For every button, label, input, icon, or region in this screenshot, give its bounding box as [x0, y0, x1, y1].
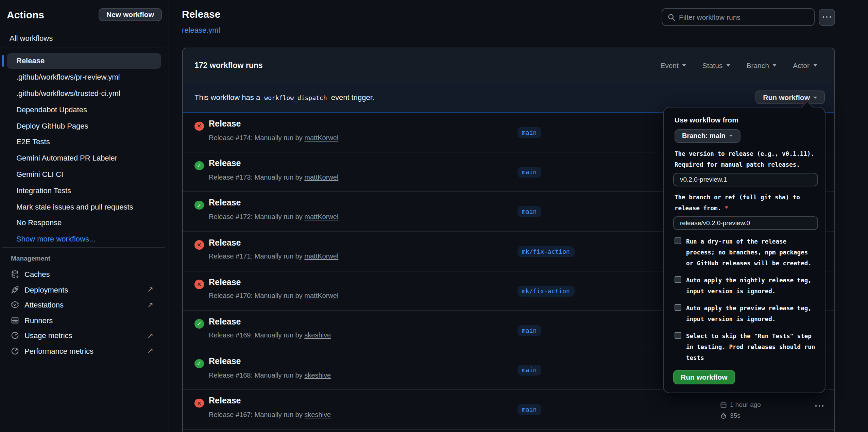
- branch-badge[interactable]: mk/fix-action: [517, 286, 575, 297]
- sidebar-item-performance-metrics[interactable]: Performance metrics ↗: [0, 343, 168, 359]
- actor-link[interactable]: mattKorwel: [304, 252, 338, 260]
- run-status-icon: [194, 359, 204, 368]
- sidebar-item-attestations[interactable]: Attestations ↗: [0, 297, 168, 313]
- run-description: Release #171: Manually run by mattKorwel: [209, 252, 338, 260]
- sidebar-item-label: Mark stale issues and pull requests: [16, 202, 133, 211]
- run-title[interactable]: Release: [209, 119, 241, 129]
- sidebar-item-release[interactable]: Release: [6, 53, 161, 69]
- show-more-workflows-link[interactable]: Show more workflows...: [0, 231, 168, 247]
- run-title[interactable]: Release: [209, 356, 241, 366]
- sidebar-item-caches[interactable]: Caches: [0, 267, 168, 282]
- sidebar-item-runners[interactable]: Runners: [0, 313, 168, 328]
- filter-runs-input[interactable]: [679, 13, 809, 21]
- sidebar-item-label: Dependabot Updates: [16, 105, 87, 114]
- kebab-icon: [815, 405, 817, 407]
- run-title[interactable]: Release: [209, 238, 241, 247]
- calendar-icon: [720, 401, 727, 408]
- sidebar-item-mark-stale[interactable]: Mark stale issues and pull requests: [0, 198, 168, 215]
- sidebar-item-gemini-cli-ci[interactable]: Gemini CLI CI: [0, 166, 168, 182]
- sidebar-item-integration-tests[interactable]: Integration Tests: [0, 182, 168, 199]
- sidebar-divider: [2, 247, 164, 248]
- run-title[interactable]: Release: [209, 278, 241, 287]
- new-workflow-button[interactable]: New workflow: [99, 8, 161, 21]
- run-title[interactable]: Release: [209, 396, 241, 406]
- run-title[interactable]: Release: [209, 159, 241, 168]
- branch-badge[interactable]: main: [517, 206, 541, 217]
- checkbox-label[interactable]: Auto apply the preview release tag, inpu…: [686, 302, 817, 324]
- branch-badge[interactable]: main: [517, 127, 541, 138]
- run-workflow-dropdown-button[interactable]: Run workflow: [755, 90, 825, 104]
- branch-badge[interactable]: main: [517, 325, 541, 336]
- chevron-down-icon: [813, 96, 817, 98]
- sidebar-item-gemini-pr-labeler[interactable]: Gemini Automated PR Labeler: [0, 150, 168, 166]
- sidebar-title: Actions: [7, 9, 44, 20]
- filter-status-dropdown[interactable]: Status: [702, 61, 730, 69]
- branch-selector-label: Branch: main: [682, 132, 726, 139]
- sidebar-item-pr-review[interactable]: .github/workflows/pr-review.yml: [0, 69, 168, 85]
- sidebar-item-label: Gemini Automated PR Labeler: [16, 154, 117, 162]
- version-input[interactable]: [673, 172, 818, 186]
- filter-runs-searchbox[interactable]: [661, 8, 815, 26]
- sidebar-item-no-response[interactable]: No Response: [0, 215, 168, 231]
- checkbox-label[interactable]: Select to skip the "Run Tests" step in t…: [686, 330, 817, 363]
- run-kebab-button[interactable]: [815, 405, 823, 407]
- branch-selector-button[interactable]: Branch: main: [675, 129, 741, 143]
- actor-link[interactable]: mattKorwel: [304, 292, 338, 300]
- sidebar-item-label: Deploy GitHub Pages: [16, 121, 88, 130]
- actor-link[interactable]: skeshive: [304, 332, 331, 339]
- kebab-icon: [822, 16, 824, 18]
- ref-input[interactable]: [673, 216, 818, 230]
- actor-link[interactable]: skeshive: [304, 371, 331, 379]
- gauge-icon: [11, 347, 19, 355]
- sidebar-item-usage-metrics[interactable]: Usage metrics ↗: [0, 328, 168, 343]
- checkbox-label[interactable]: Auto apply the nightly release tag, inpu…: [686, 275, 817, 296]
- branch-badge[interactable]: main: [517, 365, 541, 376]
- actor-link[interactable]: mattKorwel: [304, 134, 338, 141]
- all-workflows-link[interactable]: All workflows: [10, 34, 53, 42]
- run-title[interactable]: Release: [209, 198, 241, 208]
- skip-tests-checkbox-row: Select to skip the "Run Tests" step in t…: [675, 330, 817, 363]
- run-description: Release #168: Manually run by skeshive: [209, 371, 331, 379]
- sidebar-item-label: Integration Tests: [16, 186, 71, 195]
- filter-branch-dropdown[interactable]: Branch: [746, 61, 777, 69]
- sidebar-item-trusted-ci[interactable]: .github/workflows/trusted-ci.yml: [0, 85, 168, 101]
- sidebar-item-label: Performance metrics: [24, 347, 93, 355]
- run-status-icon: [194, 319, 204, 329]
- sidebar-item-e2e-tests[interactable]: E2E Tests: [0, 134, 168, 150]
- run-description: Release #173: Manually run by mattKorwel: [209, 173, 338, 181]
- filter-event-dropdown[interactable]: Event: [660, 61, 686, 69]
- run-workflow-submit-button[interactable]: Run workflow: [673, 370, 735, 384]
- run-title[interactable]: Release: [209, 317, 241, 327]
- actor-link[interactable]: skeshive: [304, 411, 331, 418]
- checkbox-label[interactable]: Run a dry-run of the release process; no…: [686, 236, 817, 268]
- workflow-file-link[interactable]: release.yml: [182, 26, 220, 34]
- workflow-options-kebab-button[interactable]: [819, 9, 835, 26]
- chevron-down-icon: [729, 135, 733, 137]
- management-list: Caches Deployments ↗ Attestations ↗: [0, 267, 168, 359]
- sidebar-item-dependabot-updates[interactable]: Dependabot Updates: [0, 101, 168, 118]
- sidebar-item-deploy-github-pages[interactable]: Deploy GitHub Pages: [0, 117, 168, 134]
- search-icon: [667, 13, 675, 21]
- run-description-text: Release #171: Manually run by: [209, 252, 303, 260]
- ref-help-label: The branch or ref (full git sha) to rele…: [675, 194, 800, 211]
- chevron-down-icon: [813, 64, 817, 66]
- banner-text: This workflow has a workflow_dispatch ev…: [194, 93, 374, 101]
- branch-badge[interactable]: mk/fix-action: [517, 246, 575, 257]
- nightly-tag-checkbox[interactable]: [675, 276, 681, 283]
- runs-count: 172 workflow runs: [194, 61, 263, 69]
- preview-tag-checkbox[interactable]: [675, 304, 681, 311]
- run-description-text: Release #172: Manually run by: [209, 213, 303, 220]
- server-icon: [11, 316, 19, 325]
- filter-actor-dropdown[interactable]: Actor: [793, 61, 817, 69]
- sidebar-item-deployments[interactable]: Deployments ↗: [0, 282, 168, 297]
- dry-run-checkbox[interactable]: [675, 237, 681, 244]
- run-row-partial: [183, 430, 834, 431]
- run-row[interactable]: Release Release #167: Manually run by sk…: [183, 390, 834, 430]
- skip-tests-checkbox[interactable]: [675, 332, 681, 339]
- actor-link[interactable]: mattKorwel: [304, 173, 338, 181]
- sidebar-item-label: Deployments: [24, 286, 68, 294]
- actor-link[interactable]: mattKorwel: [304, 213, 338, 220]
- run-status-icon: [194, 280, 204, 289]
- branch-badge[interactable]: main: [517, 167, 541, 178]
- branch-badge[interactable]: main: [517, 404, 541, 415]
